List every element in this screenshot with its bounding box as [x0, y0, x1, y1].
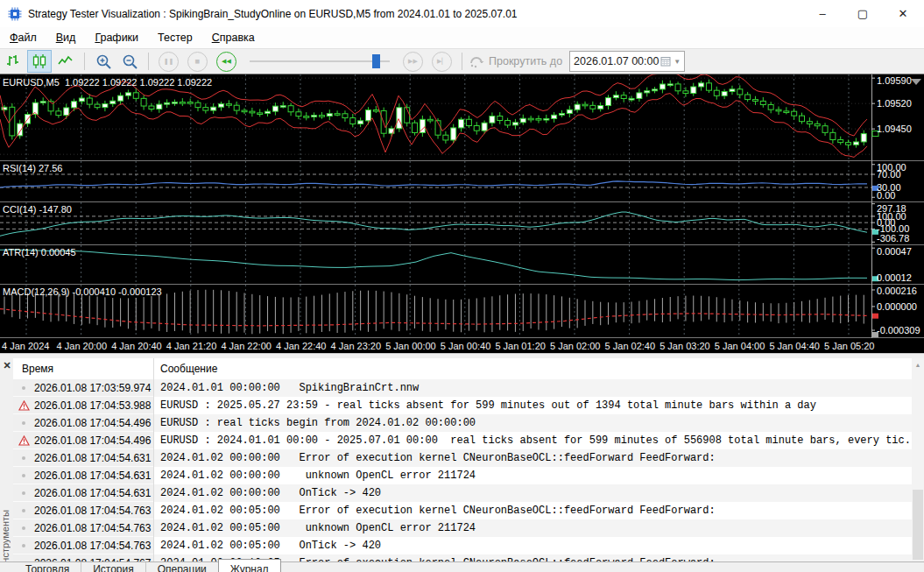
stop-icon: ◼ [195, 58, 201, 65]
log-row[interactable]: 2026.01.08 17:04:54.496EURUSD : 2024.01.… [13, 432, 912, 449]
log-time: 2026.01.08 17:03:59.974 [34, 379, 153, 397]
log-row[interactable]: 2026.01.08 17:04:54.6312024.01.02 00:00:… [13, 484, 912, 502]
info-dot-icon [13, 537, 34, 554]
stop-button[interactable]: ◼ [187, 52, 208, 72]
pause-button[interactable]: ❚❚ [159, 52, 179, 72]
info-dot-icon [13, 379, 34, 397]
bar-chart-button[interactable] [1, 50, 25, 73]
line-chart-button[interactable] [53, 50, 78, 73]
scroll-to-date-input[interactable]: 2026.01.07 00:00 ▼ [569, 51, 685, 72]
candlestick-chart-button[interactable] [27, 50, 52, 73]
close-button[interactable]: ✕ [883, 0, 923, 26]
zoom-out-button[interactable] [117, 50, 142, 73]
time-axis-label: 5 Jan 00:00 [385, 341, 436, 351]
info-dot-icon [13, 502, 34, 519]
column-header-time[interactable]: Время [13, 363, 153, 375]
info-dot-icon [13, 467, 34, 484]
menu-charts[interactable]: Графики [85, 29, 148, 46]
journal-scrollbar[interactable]: ▲ ▼ [912, 358, 924, 572]
slider-track [250, 60, 390, 62]
log-message: EURUSD : real ticks begin from 2024.01.0… [153, 414, 912, 432]
zoom-in-icon [95, 53, 112, 70]
log-row[interactable]: 2026.01.08 17:04:54.7632024.01.02 00:05:… [13, 519, 912, 537]
tab-история[interactable]: История [81, 562, 145, 572]
pause-icon: ❚❚ [164, 58, 174, 65]
time-axis-label: 5 Jan 00:40 [441, 341, 491, 351]
log-message: 2024.01.02 00:05:00 Error of execution k… [153, 502, 912, 519]
time-axis-label: 4 Jan 23:20 [331, 341, 382, 351]
zoom-in-button[interactable] [91, 50, 116, 73]
macd-label: MACD(12,26,9) -0.000410 -0.000123 [3, 286, 162, 297]
tab-торговля[interactable]: Торговля [14, 562, 81, 572]
chart-area: EURUSD,M5 1.09222 1.09222 1.09222 1.0922… [0, 74, 924, 354]
time-axis-label: 4 Jan 20:00 [57, 341, 108, 351]
chart-canvas[interactable] [0, 74, 924, 338]
axis-price-label: 1.09590 [877, 75, 912, 86]
time-axis-label: 4 Jan 21:20 [166, 341, 217, 351]
playback-speed-slider[interactable] [250, 53, 390, 70]
fast-forward-icon: ▶▶ [408, 58, 418, 65]
journal-panel: ✕ Инструменты Время Сообщение 2026.01.08… [0, 358, 924, 572]
log-message: 2024.01.02 00:00:00 unknown OpenCL error… [153, 467, 912, 484]
axis-price-label: 0.000216 [877, 286, 917, 296]
close-journal-button[interactable]: ✕ [2, 360, 12, 372]
time-axis-label: 5 Jan 04:40 [769, 341, 820, 351]
log-message: EURUSD : 2024.01.01 00:00 - 2025.07.01 0… [153, 432, 912, 449]
time-axis-label: 4 Jan 22:00 [221, 341, 272, 351]
log-row[interactable]: 2026.01.08 17:04:54.496EURUSD : real tic… [13, 414, 912, 432]
scrollbar-thumb[interactable] [913, 490, 923, 560]
calendar-icon [660, 56, 671, 67]
minimize-button[interactable]: – [802, 0, 843, 26]
dock-gutter: ✕ Инструменты [0, 358, 13, 572]
rsi-label: RSI(14) 27.56 [3, 163, 62, 173]
rewind-icon: ◀◀ [222, 58, 231, 65]
tab-операции[interactable]: Операции [145, 562, 218, 572]
axis-price-label: -306.78 [877, 233, 909, 244]
menu-file[interactable]: Файл [0, 29, 46, 46]
scroll-to-label: Прокрутить до [489, 55, 562, 67]
log-row[interactable]: 2026.01.08 17:04:54.6312024.01.02 00:00:… [13, 467, 912, 484]
time-axis-label: 5 Jan 04:00 [715, 341, 765, 351]
menu-tester[interactable]: Тестер [148, 29, 202, 46]
axis-price-label: 1.09450 [877, 124, 912, 134]
axis-price-label: 0.00 [877, 190, 895, 201]
column-divider[interactable] [153, 358, 154, 561]
axis-price-label: 0.00012 [877, 272, 912, 283]
log-row[interactable]: 2026.01.08 17:04:54.7632024.01.02 00:05:… [13, 537, 912, 554]
time-axis-label: 5 Jan 01:20 [495, 341, 546, 351]
axis-price-label: 1.09520 [877, 98, 912, 109]
strategy-tester-window: Strategy Tester Visualization : SpikingB… [0, 0, 924, 572]
warning-icon [13, 432, 34, 449]
skip-to-end-icon: ▶▏ [437, 58, 447, 65]
maximize-button[interactable]: ▢ [843, 0, 883, 26]
cci-label: CCI(14) -147.80 [3, 204, 72, 215]
slider-handle[interactable] [372, 54, 380, 68]
app-icon [8, 7, 22, 21]
zoom-out-icon [122, 53, 138, 70]
column-header-message[interactable]: Сообщение [153, 363, 217, 375]
log-time: 2026.01.08 17:04:54.631 [34, 449, 153, 467]
menu-view[interactable]: Вид [46, 29, 86, 46]
warning-icon [13, 397, 34, 414]
time-axis: 4 Jan 20244 Jan 20:004 Jan 20:404 Jan 21… [0, 338, 924, 354]
info-dot-icon [13, 449, 34, 467]
skip-to-end-button[interactable]: ▶▏ [432, 52, 452, 72]
rewind-button[interactable]: ◀◀ [216, 52, 236, 72]
log-message: 2024.01.01 00:00:00 SpikingBrainCrt.nnw [153, 379, 912, 397]
tab-журнал[interactable]: Журнал [218, 559, 281, 572]
log-time: 2026.01.08 17:04:54.763 [34, 537, 153, 554]
menubar: Файл Вид Графики Тестер Справка [0, 27, 924, 48]
fast-forward-button[interactable]: ▶▶ [403, 52, 423, 72]
log-row[interactable]: 2026.01.08 17:03:59.9742024.01.01 00:00:… [13, 379, 912, 397]
log-row[interactable]: 2026.01.08 17:04:54.6312024.01.02 00:00:… [13, 449, 912, 467]
axis-price-label: 0.000000 [877, 301, 917, 312]
time-axis-label: 4 Jan 22:40 [276, 341, 327, 351]
menu-help[interactable]: Справка [202, 29, 265, 46]
log-row[interactable]: 2026.01.08 17:04:54.7632024.01.02 00:05:… [13, 502, 912, 519]
date-dropdown-caret[interactable]: ▼ [674, 58, 681, 66]
journal-tabs: ТорговляИсторияОперацииЖурнал [0, 561, 924, 572]
scroll-up-arrow-icon[interactable]: ▲ [912, 358, 924, 371]
log-row[interactable]: 2026.01.08 17:04:53.988EURUSD : 2025.05.… [13, 397, 912, 414]
window-title: Strategy Tester Visualization : SpikingB… [28, 8, 518, 20]
axis-price-label: 0.00047 [877, 246, 912, 257]
